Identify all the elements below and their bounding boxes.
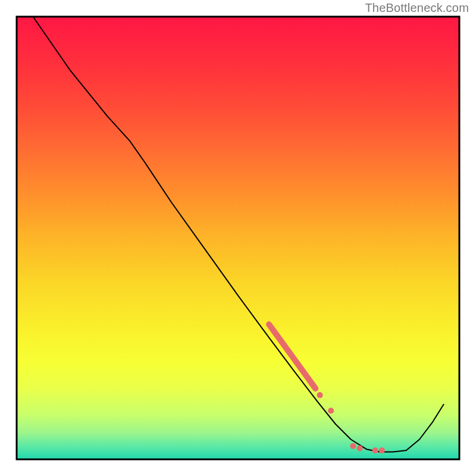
watermark-text: TheBottleneck.com (365, 1, 469, 15)
scatter-dot (317, 392, 323, 398)
scatter-dot (357, 445, 363, 451)
plot-background (17, 17, 459, 459)
chart-plot (0, 0, 476, 476)
scatter-dot (372, 447, 378, 453)
scatter-dot (379, 447, 385, 453)
scatter-dot (328, 408, 334, 414)
scatter-dot (350, 443, 356, 449)
